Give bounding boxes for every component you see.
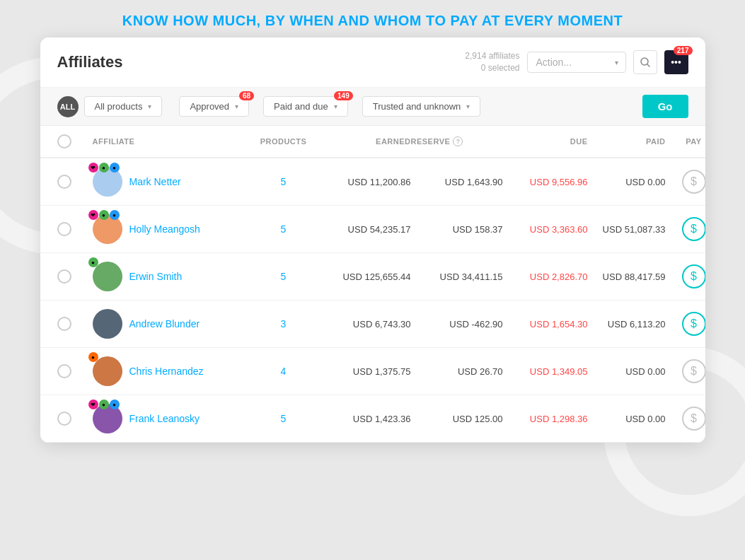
earned-cell: USD 54,235.17 bbox=[319, 224, 411, 235]
affiliate-name[interactable]: Mark Netter bbox=[129, 176, 181, 187]
affiliate-cell: ● Chris Hernandez bbox=[93, 356, 248, 386]
svg-line-1 bbox=[647, 64, 649, 66]
avatar-wrapper: ❤ ● ● bbox=[93, 167, 122, 197]
col-paid: PAID bbox=[588, 137, 666, 146]
reserve-info-icon[interactable]: ? bbox=[453, 136, 463, 146]
paid-cell: USD 0.00 bbox=[588, 414, 666, 424]
all-products-arrow-icon: ▾ bbox=[148, 103, 151, 110]
products-cell[interactable]: 5 bbox=[248, 223, 319, 235]
page-title: Affiliates bbox=[57, 53, 466, 71]
all-products-button[interactable]: All products ▾ bbox=[84, 96, 163, 117]
trusted-unknown-label: Trusted and unknown bbox=[373, 101, 461, 112]
products-cell[interactable]: 4 bbox=[248, 366, 319, 377]
approved-arrow-icon: ▾ bbox=[235, 103, 238, 110]
avatar-badges: ● bbox=[88, 352, 98, 362]
pay-cell: $ bbox=[666, 264, 705, 288]
products-cell[interactable]: 5 bbox=[248, 413, 319, 424]
table-row: ● Chris Hernandez 4 USD 1,375.75 USD 26.… bbox=[40, 348, 705, 395]
products-cell[interactable]: 5 bbox=[248, 176, 319, 187]
avatar-badges: ❤ ● ● bbox=[88, 163, 120, 173]
avatar bbox=[93, 309, 122, 339]
col-due: DUE bbox=[503, 137, 588, 146]
select-all-checkbox[interactable] bbox=[57, 134, 71, 148]
affiliate-cell: ❤ ● ● Holly Meangosh bbox=[93, 214, 248, 244]
products-cell[interactable]: 3 bbox=[248, 318, 319, 329]
table-row: ❤ ● ● Frank Leanosky 5 USD 1,423.36 USD … bbox=[40, 395, 705, 443]
pay-button[interactable]: $ bbox=[682, 407, 705, 431]
all-products-filter: ALL All products ▾ bbox=[57, 96, 163, 117]
due-cell: USD 3,363.60 bbox=[503, 224, 588, 235]
reserve-cell: USD 26.70 bbox=[411, 366, 503, 377]
main-card: Affiliates 2,914 affiliates 0 selected A… bbox=[40, 37, 705, 443]
blue-badge-icon: ● bbox=[110, 399, 120, 409]
avatar-wrapper bbox=[93, 309, 122, 339]
header-right: 2,914 affiliates 0 selected Action... ▾ … bbox=[465, 50, 688, 74]
affiliates-count: 2,914 affiliates 0 selected bbox=[465, 50, 519, 74]
affiliate-name[interactable]: Frank Leanosky bbox=[129, 413, 200, 424]
pay-button[interactable]: $ bbox=[682, 217, 705, 241]
table-row: ● Erwin Smith 5 USD 125,655.44 USD 34,41… bbox=[40, 253, 705, 301]
reserve-cell: USD 158.37 bbox=[411, 224, 503, 235]
products-cell[interactable]: 5 bbox=[248, 271, 319, 282]
earned-cell: USD 11,200.86 bbox=[319, 177, 411, 187]
banner-text: KNOW HOW MUCH, BY WHEN AND WHOM TO PAY A… bbox=[122, 13, 623, 28]
green-badge-icon: ● bbox=[99, 163, 109, 173]
search-button[interactable] bbox=[633, 50, 657, 74]
avatar-badges: ❤ ● ● bbox=[88, 210, 120, 220]
row-checkbox[interactable] bbox=[57, 222, 93, 236]
col-earned: EARNED bbox=[319, 137, 411, 146]
earned-cell: USD 1,375.75 bbox=[319, 366, 411, 377]
due-cell: USD 1,349.05 bbox=[503, 366, 588, 377]
affiliate-cell: Andrew Blunder bbox=[93, 309, 248, 339]
pay-button[interactable]: $ bbox=[682, 264, 705, 288]
row-checkbox[interactable] bbox=[57, 175, 93, 189]
green-badge-icon: ● bbox=[88, 257, 98, 267]
pay-button[interactable]: $ bbox=[682, 170, 705, 194]
affiliate-name[interactable]: Erwin Smith bbox=[129, 271, 183, 282]
affiliate-name[interactable]: Holly Meangosh bbox=[129, 223, 200, 235]
paid-cell: USD 88,417.59 bbox=[588, 272, 666, 282]
row-checkbox[interactable] bbox=[57, 269, 93, 284]
affiliate-name[interactable]: Chris Hernandez bbox=[129, 366, 204, 377]
paid-cell: USD 0.00 bbox=[588, 177, 666, 187]
earned-cell: USD 1,423.36 bbox=[319, 414, 411, 424]
avatar-badges: ● bbox=[88, 257, 98, 267]
card-header: Affiliates 2,914 affiliates 0 selected A… bbox=[40, 37, 705, 88]
table-header: AFFILIATE PRODUCTS EARNED RESERVE ? DUE … bbox=[40, 126, 705, 158]
blue-badge-icon: ● bbox=[110, 210, 120, 220]
avatar-badges: ❤ ● ● bbox=[88, 399, 120, 409]
col-products: PRODUCTS bbox=[248, 137, 319, 146]
paid-cell: USD 0.00 bbox=[588, 366, 666, 377]
paid-and-due-label: Paid and due bbox=[274, 101, 328, 112]
green-badge-icon: ● bbox=[99, 210, 109, 220]
col-pay: PAY bbox=[666, 137, 705, 146]
pay-button[interactable]: $ bbox=[682, 359, 705, 383]
avatar-wrapper: ● bbox=[93, 262, 122, 291]
affiliate-name[interactable]: Andrew Blunder bbox=[129, 318, 200, 329]
more-button[interactable]: ••• 217 bbox=[664, 50, 688, 74]
table-body: ❤ ● ● Mark Netter 5 USD 11,200.86 USD 1,… bbox=[40, 158, 705, 443]
earned-cell: USD 6,743.30 bbox=[319, 319, 411, 329]
heart-badge-icon: ❤ bbox=[88, 210, 98, 220]
approved-badge: 68 bbox=[239, 91, 254, 100]
more-icon: ••• bbox=[671, 57, 681, 68]
all-products-label: All products bbox=[95, 101, 143, 112]
all-badge: ALL bbox=[57, 96, 79, 117]
pay-button[interactable]: $ bbox=[682, 312, 705, 336]
row-checkbox[interactable] bbox=[57, 412, 93, 426]
trusted-unknown-button[interactable]: Trusted and unknown ▾ bbox=[362, 96, 481, 117]
col-reserve: RESERVE ? bbox=[411, 136, 503, 146]
row-checkbox[interactable] bbox=[57, 317, 93, 331]
paid-and-due-button[interactable]: Paid and due ▾ 149 bbox=[263, 96, 348, 117]
row-checkbox[interactable] bbox=[57, 364, 93, 378]
go-button[interactable]: Go bbox=[642, 95, 688, 118]
col-affiliate: AFFILIATE bbox=[93, 137, 248, 146]
due-cell: USD 9,556.96 bbox=[503, 177, 588, 187]
avatar-wrapper: ❤ ● ● bbox=[93, 214, 122, 244]
dropdown-arrow-icon: ▾ bbox=[615, 59, 618, 66]
table-row: Andrew Blunder 3 USD 6,743.30 USD -462.9… bbox=[40, 301, 705, 348]
selected-count: 0 selected bbox=[465, 62, 519, 74]
paid-cell: USD 6,113.20 bbox=[588, 319, 666, 329]
action-dropdown[interactable]: Action... ▾ bbox=[527, 52, 626, 73]
approved-button[interactable]: Approved ▾ 68 bbox=[179, 96, 249, 117]
